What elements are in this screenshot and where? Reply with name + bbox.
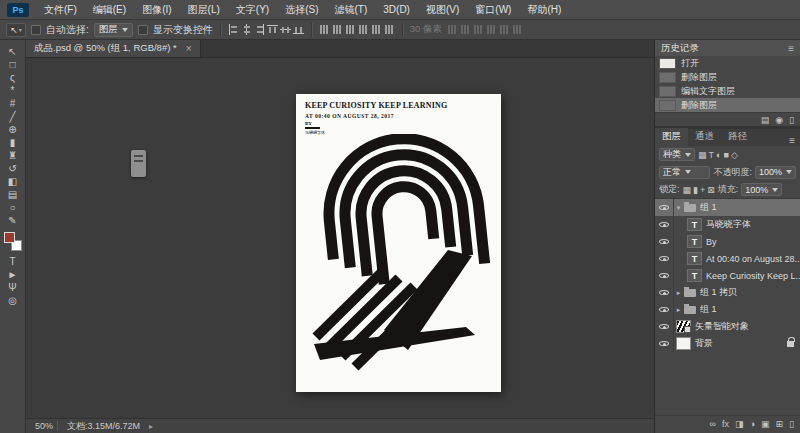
- healing-brush-tool[interactable]: ⊕: [3, 123, 23, 136]
- zoom-tool[interactable]: ◎: [3, 294, 23, 307]
- menu-item[interactable]: 滤镜(T): [327, 0, 376, 19]
- type-tool[interactable]: T: [3, 255, 23, 268]
- distribute-right-icon[interactable]: [384, 24, 395, 35]
- lock-pixels-icon[interactable]: ▮: [693, 185, 698, 195]
- auto-align-icon[interactable]: [460, 24, 471, 35]
- eyedropper-tool[interactable]: ╱: [3, 110, 23, 123]
- auto-align-icon[interactable]: [512, 24, 523, 35]
- fill-dropdown[interactable]: 100%: [741, 183, 782, 196]
- history-state-row[interactable]: 打开: [655, 56, 800, 70]
- visibility-toggle[interactable]: [655, 199, 674, 216]
- filter-smart-objects-icon[interactable]: ◇: [731, 150, 738, 160]
- distribute-vcenter-icon[interactable]: [332, 24, 343, 35]
- delete-state-icon[interactable]: ▯: [789, 115, 794, 125]
- align-hcenter-icon[interactable]: [241, 24, 252, 35]
- new-layer-icon[interactable]: ⊞: [776, 419, 784, 429]
- magic-wand-tool[interactable]: *: [3, 84, 23, 97]
- menu-item[interactable]: 选择(S): [277, 0, 326, 19]
- pen-tool[interactable]: ✎: [3, 214, 23, 227]
- document-tab[interactable]: 成品.psd @ 50% (组 1, RGB/8#) * ×: [26, 40, 201, 57]
- visibility-toggle[interactable]: [655, 335, 674, 352]
- layer-row[interactable]: 组 1: [655, 301, 800, 318]
- show-transform-checkbox[interactable]: [138, 25, 148, 35]
- history-state-row[interactable]: 编辑文字图层: [655, 84, 800, 98]
- zoom-level-field[interactable]: 50%: [31, 421, 58, 431]
- opacity-dropdown[interactable]: 100%: [755, 166, 796, 179]
- visibility-toggle[interactable]: [655, 318, 674, 335]
- layer-row[interactable]: 矢量智能对象: [655, 318, 800, 335]
- new-group-icon[interactable]: ▣: [761, 419, 770, 429]
- new-document-from-state-icon[interactable]: ▤: [761, 115, 770, 125]
- visibility-toggle[interactable]: [655, 216, 674, 233]
- blur-tool[interactable]: ○: [3, 201, 23, 214]
- history-state-row[interactable]: 删除图层: [655, 98, 800, 112]
- align-top-icon[interactable]: [267, 24, 278, 35]
- layer-row[interactable]: 马晓晓字体: [655, 216, 800, 233]
- layer-effects-icon[interactable]: fx: [722, 419, 729, 429]
- foreground-color-swatch[interactable]: [4, 232, 15, 243]
- panel-tab[interactable]: 图层: [655, 128, 688, 146]
- delete-layer-icon[interactable]: ▯: [789, 419, 794, 429]
- auto-align-icon[interactable]: [447, 24, 458, 35]
- crop-tool[interactable]: #: [3, 97, 23, 110]
- floating-widget[interactable]: [131, 150, 146, 177]
- layer-row[interactable]: 组 1: [655, 199, 800, 216]
- visibility-toggle[interactable]: [655, 301, 674, 318]
- menu-item[interactable]: 编辑(E): [85, 0, 134, 19]
- clone-stamp-tool[interactable]: ♜: [3, 149, 23, 162]
- auto-select-target-dropdown[interactable]: 图层: [94, 23, 133, 37]
- auto-align-icon[interactable]: [499, 24, 510, 35]
- brush-tool[interactable]: ▮: [3, 136, 23, 149]
- menu-item[interactable]: 文字(Y): [228, 0, 277, 19]
- filter-pixel-layers-icon[interactable]: ▦: [698, 150, 707, 160]
- menu-item[interactable]: 视图(V): [418, 0, 467, 19]
- current-tool-preset-icon[interactable]: ↖: [6, 23, 26, 37]
- photoshop-logo-icon[interactable]: Ps: [7, 3, 29, 17]
- expand-arrow-icon[interactable]: [674, 306, 683, 314]
- status-options-arrow-icon[interactable]: ▸: [149, 422, 153, 431]
- visibility-toggle[interactable]: [655, 233, 674, 250]
- distribute-top-icon[interactable]: [319, 24, 330, 35]
- distribute-left-icon[interactable]: [358, 24, 369, 35]
- lasso-tool[interactable]: ς: [3, 71, 23, 84]
- history-state-row[interactable]: 删除图层: [655, 70, 800, 84]
- lock-all-icon[interactable]: ⊠: [707, 185, 715, 195]
- auto-align-icon[interactable]: [486, 24, 497, 35]
- distribute-bottom-icon[interactable]: [345, 24, 356, 35]
- menu-item[interactable]: 帮助(H): [519, 0, 569, 19]
- layer-row[interactable]: 背景: [655, 335, 800, 352]
- menu-item[interactable]: 图像(I): [134, 0, 179, 19]
- menu-item[interactable]: 3D(D): [375, 0, 418, 19]
- panel-menu-icon[interactable]: ≡: [789, 135, 795, 146]
- link-layers-icon[interactable]: ∞: [710, 419, 716, 429]
- filter-adjustment-layers-icon[interactable]: ◐: [716, 150, 721, 160]
- align-left-icon[interactable]: [228, 24, 239, 35]
- auto-align-icon[interactable]: [473, 24, 484, 35]
- hand-tool[interactable]: Ψ: [3, 281, 23, 294]
- eraser-tool[interactable]: ◧: [3, 175, 23, 188]
- rectangular-marquee-tool[interactable]: □: [3, 58, 23, 71]
- lock-transparency-icon[interactable]: ▦: [683, 185, 692, 195]
- expand-arrow-icon[interactable]: [674, 204, 683, 212]
- layer-row[interactable]: By: [655, 233, 800, 250]
- menu-item[interactable]: 窗口(W): [467, 0, 519, 19]
- history-brush-tool[interactable]: ↺: [3, 162, 23, 175]
- layer-row[interactable]: 组 1 拷贝: [655, 284, 800, 301]
- panel-tab[interactable]: 路径: [721, 128, 754, 146]
- add-layer-mask-icon[interactable]: ◨: [735, 419, 744, 429]
- close-tab-icon[interactable]: ×: [186, 43, 192, 54]
- layer-row[interactable]: At 00:40 on August 28...: [655, 250, 800, 267]
- new-snapshot-icon[interactable]: ◉: [775, 115, 783, 125]
- layer-row[interactable]: Keep Curiosity Keep L...: [655, 267, 800, 284]
- menu-item[interactable]: 图层(L): [180, 0, 228, 19]
- lock-position-icon[interactable]: +: [700, 185, 705, 195]
- align-bottom-icon[interactable]: [293, 24, 304, 35]
- visibility-toggle[interactable]: [655, 284, 674, 301]
- align-vcenter-icon[interactable]: [280, 24, 291, 35]
- auto-select-checkbox[interactable]: [31, 25, 41, 35]
- menu-item[interactable]: 文件(F): [36, 0, 85, 19]
- align-right-icon[interactable]: [254, 24, 265, 35]
- adjustment-layer-icon[interactable]: ◑: [750, 419, 755, 429]
- filter-text-layers-icon[interactable]: T: [709, 150, 715, 160]
- filter-kind-dropdown[interactable]: 种类: [659, 148, 695, 161]
